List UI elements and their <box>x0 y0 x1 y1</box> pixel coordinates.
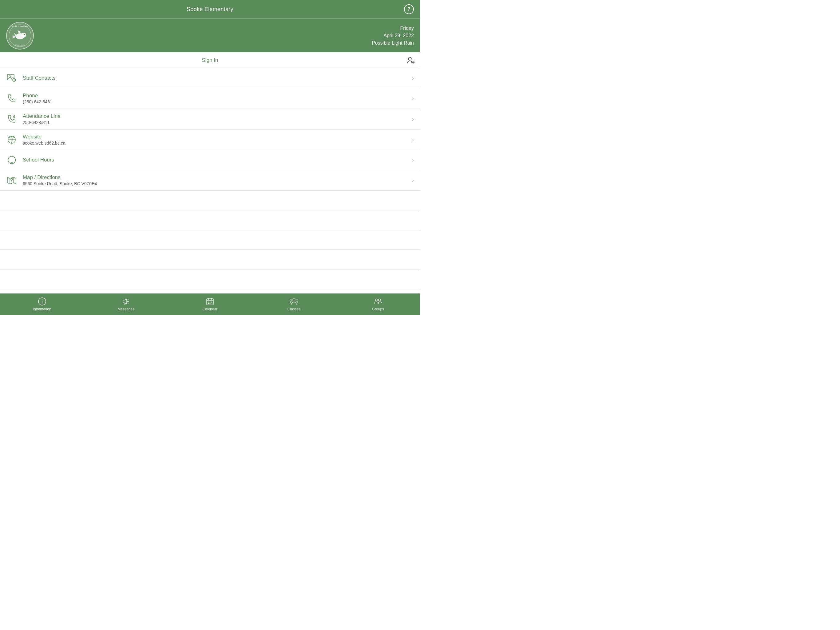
svg-point-47 <box>210 302 211 303</box>
website-url: sooke.web.sd62.bc.ca <box>23 141 409 146</box>
website-row[interactable]: Website sooke.web.sd62.bc.ca › <box>0 130 420 150</box>
date-area: Friday April 29, 2022 Possible Light Rai… <box>372 25 414 47</box>
staff-contacts-text: Staff Contacts <box>23 75 409 81</box>
chevron-right-icon: › <box>412 95 414 102</box>
chevron-right-icon: › <box>412 75 414 82</box>
svg-text:STICKLEBACKS: STICKLEBACKS <box>15 44 25 46</box>
phone-title: Phone <box>23 93 409 99</box>
logo-svg: SOOKE ELEMENTARY STICKLEBACKS <box>8 24 32 48</box>
tab-classes[interactable]: Classes <box>252 297 336 311</box>
map-directions-row[interactable]: Map / Directions 6560 Sooke Road, Sooke,… <box>0 170 420 191</box>
tab-information-icon-row <box>38 297 46 306</box>
phone-number: (250) 642-5431 <box>23 99 409 104</box>
messages-tab-icon <box>122 297 130 306</box>
map-icon <box>6 175 17 186</box>
svg-point-5 <box>24 34 25 35</box>
school-hours-row[interactable]: School Hours › <box>0 150 420 170</box>
day-name: Friday <box>372 25 414 32</box>
map-directions-title: Map / Directions <box>23 174 409 180</box>
map-directions-text: Map / Directions 6560 Sooke Road, Sooke,… <box>23 174 409 186</box>
tab-calendar[interactable]: Calendar <box>168 297 252 311</box>
website-text: Website sooke.web.sd62.bc.ca <box>23 134 409 146</box>
tab-groups-label: Groups <box>372 307 384 311</box>
empty-row-4 <box>0 250 420 269</box>
svg-point-34 <box>11 179 13 180</box>
empty-row-2 <box>0 211 420 230</box>
header-band: SOOKE ELEMENTARY STICKLEBACKS Friday Apr… <box>0 19 420 52</box>
school-hours-title: School Hours <box>23 157 409 163</box>
chevron-right-icon: › <box>412 136 414 143</box>
svg-point-9 <box>408 57 411 60</box>
top-bar: Sooke Elementary ? <box>0 0 420 19</box>
svg-point-37 <box>41 300 43 301</box>
tab-bar: Information Messages <box>0 293 420 315</box>
chevron-right-icon: › <box>412 157 414 163</box>
attendance-phone-icon <box>6 114 17 125</box>
signin-label: Sign In <box>202 57 218 63</box>
svg-point-54 <box>376 299 377 301</box>
tab-classes-label: Classes <box>287 307 301 311</box>
app-title: Sooke Elementary <box>186 6 234 13</box>
calendar-tab-icon <box>206 297 214 306</box>
tab-calendar-label: Calendar <box>203 307 218 311</box>
tab-groups-icon-row <box>374 297 382 306</box>
info-list: Staff Contacts › Phone (250) 642-5431 › … <box>0 68 420 293</box>
svg-line-39 <box>127 300 128 300</box>
map-address: 6560 Sooke Road, Sooke, BC V9Z0E4 <box>23 181 409 186</box>
svg-point-53 <box>296 300 298 301</box>
attendance-text: Attendance Line 250-642-5811 <box>23 113 409 125</box>
attendance-row[interactable]: Attendance Line 250-642-5811 › <box>0 109 420 130</box>
groups-tab-icon <box>374 297 382 306</box>
attendance-title: Attendance Line <box>23 113 409 119</box>
school-hours-text: School Hours <box>23 157 409 163</box>
svg-point-55 <box>379 299 381 301</box>
chevron-right-icon: › <box>412 177 414 184</box>
tab-calendar-icon-row <box>206 297 214 306</box>
tab-information-label: Information <box>33 307 51 311</box>
svg-point-48 <box>211 302 212 303</box>
classes-tab-icon <box>290 297 298 306</box>
school-hours-icon <box>6 154 17 166</box>
svg-point-50 <box>210 303 211 304</box>
chevron-right-icon: › <box>412 116 414 122</box>
svg-point-49 <box>208 303 209 304</box>
svg-point-21 <box>9 76 11 78</box>
svg-point-51 <box>293 299 295 301</box>
tab-messages-label: Messages <box>117 307 134 311</box>
svg-text:SOOKE ELEMENTARY: SOOKE ELEMENTARY <box>12 25 28 27</box>
svg-marker-4 <box>17 30 21 33</box>
weather-text: Possible Light Rain <box>372 40 414 47</box>
tab-messages[interactable]: Messages <box>84 297 168 311</box>
school-logo: SOOKE ELEMENTARY STICKLEBACKS <box>6 22 34 49</box>
website-title: Website <box>23 134 409 140</box>
phone-row[interactable]: Phone (250) 642-5431 › <box>0 88 420 109</box>
empty-row-3 <box>0 230 420 250</box>
date-full: April 29, 2022 <box>372 32 414 40</box>
logo-area: SOOKE ELEMENTARY STICKLEBACKS <box>6 22 34 49</box>
tab-groups[interactable]: Groups <box>336 297 420 311</box>
help-button[interactable]: ? <box>404 4 414 14</box>
website-icon <box>6 134 17 145</box>
staff-contacts-title: Staff Contacts <box>23 75 409 81</box>
staff-icon <box>6 73 17 84</box>
info-tab-icon <box>38 297 46 306</box>
tab-classes-icon-row <box>290 297 298 306</box>
empty-row-1 <box>0 191 420 211</box>
svg-point-52 <box>290 300 292 301</box>
phone-icon <box>6 93 17 104</box>
phone-text: Phone (250) 642-5431 <box>23 93 409 104</box>
svg-line-40 <box>127 303 128 303</box>
user-settings-icon <box>406 56 415 65</box>
svg-point-46 <box>208 302 209 303</box>
tab-information[interactable]: Information <box>0 297 84 311</box>
signin-bar[interactable]: Sign In <box>0 52 420 68</box>
tab-messages-icon-row <box>122 297 130 306</box>
empty-row-5 <box>0 269 420 289</box>
attendance-number: 250-642-5811 <box>23 120 409 125</box>
svg-point-2 <box>21 33 26 38</box>
user-settings-button[interactable] <box>406 56 415 65</box>
staff-contacts-row[interactable]: Staff Contacts › <box>0 68 420 88</box>
empty-row-6 <box>0 289 420 293</box>
